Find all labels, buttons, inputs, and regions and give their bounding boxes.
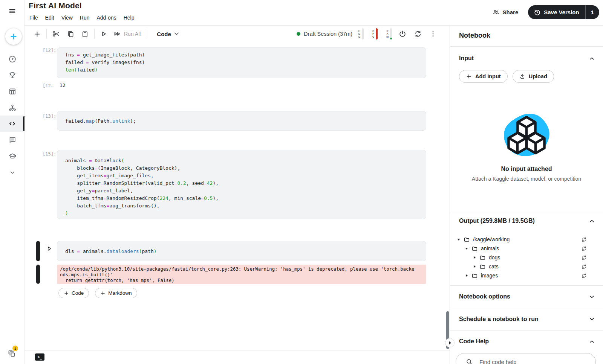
history-clock-icon (534, 9, 541, 16)
code-cell[interactable]: failed.map(Path.unlink); (57, 111, 426, 131)
sidebar-item-datasets[interactable] (0, 83, 24, 99)
run-cell-button[interactable] (100, 30, 107, 38)
code-cell[interactable]: animals = DataBlock( blocks=(ImageBlock,… (57, 150, 426, 219)
restart-session-button[interactable] (414, 30, 422, 38)
collapse-panel-button[interactable] (445, 338, 455, 347)
save-version-button[interactable]: Save Version 1 (528, 5, 599, 19)
menu-edit[interactable]: Edit (45, 15, 54, 21)
caret-down-icon (174, 32, 179, 35)
caret-right-icon[interactable] (465, 274, 468, 277)
menu-help[interactable]: Help (124, 15, 135, 21)
notebook-title[interactable]: First AI Model (29, 1, 82, 10)
share-people-icon (492, 9, 500, 16)
no-input-illustration (500, 112, 553, 160)
tree-row-dogs[interactable]: dogs (450, 253, 603, 262)
menu-file[interactable]: File (29, 15, 38, 21)
folder-name: dogs (489, 254, 500, 260)
menu-add-ons[interactable]: Add-ons (96, 15, 116, 21)
chevron-down-icon (588, 293, 595, 300)
run-this-cell-button[interactable] (46, 245, 52, 252)
fast-forward-icon (113, 30, 121, 38)
sidebar-item-discussions[interactable] (0, 132, 24, 148)
code-help-search (456, 353, 596, 364)
divider (382, 29, 382, 39)
folder-icon (471, 245, 478, 252)
sidebar-item-code[interactable] (0, 116, 24, 132)
caret-down-icon[interactable] (465, 247, 468, 250)
version-count[interactable]: 1 (585, 5, 599, 19)
folder-icon (464, 236, 470, 243)
add-code-cell-button[interactable]: Code (58, 288, 89, 298)
caret-right-icon[interactable] (473, 256, 476, 259)
session-status[interactable]: Draft Session (37m) (297, 31, 352, 37)
refresh-icon[interactable] (581, 273, 587, 279)
cell-focus-bar (36, 241, 40, 261)
folder-icon (471, 273, 478, 279)
execution-label: [15]: (43, 151, 56, 157)
code-help-section-header[interactable]: Code Help (450, 330, 603, 353)
sidebar-item-explore[interactable] (0, 51, 24, 67)
refresh-icon[interactable] (581, 255, 587, 260)
code-cell[interactable]: fns = get_image_files(path)failed = veri… (57, 47, 426, 78)
divider (450, 212, 603, 212)
sidebar-item-models[interactable] (0, 99, 24, 116)
upload-label: Upload (529, 73, 547, 79)
tree-row-cats[interactable]: cats (450, 262, 603, 271)
output-section-header[interactable]: Output (259.8MB / 19.5GB) (450, 216, 603, 226)
caret-down-icon[interactable] (457, 238, 461, 241)
caret-right-icon[interactable] (473, 265, 476, 268)
more-options-button[interactable] (429, 30, 437, 38)
sidebar-item-competitions[interactable] (0, 67, 24, 83)
window-stack-button[interactable]: 1 (8, 349, 17, 358)
sidebar-item-learn[interactable] (0, 148, 24, 164)
models-network-icon (8, 104, 17, 112)
tree-row-animals[interactable]: animals (450, 244, 603, 253)
copy-icon (67, 30, 75, 38)
run-all-button[interactable]: Run All (113, 30, 141, 38)
discussion-icon (8, 136, 17, 144)
cell-type-dropdown[interactable]: Code (157, 31, 179, 37)
folder-name: /kaggle/working (473, 236, 510, 242)
menu-view[interactable]: View (61, 15, 73, 21)
sidebar-item-more[interactable] (0, 164, 24, 180)
save-version-label: Save Version (544, 9, 579, 15)
add-markdown-cell-button[interactable]: Markdown (95, 288, 137, 298)
plus-icon (9, 32, 18, 41)
schedule-title: Schedule a notebook to run (459, 316, 539, 323)
copy-button[interactable] (67, 30, 75, 38)
refresh-icon[interactable] (581, 246, 587, 251)
refresh-icon[interactable] (581, 264, 587, 270)
code-icon (8, 119, 17, 128)
code-help-search-input[interactable] (479, 359, 574, 364)
power-button[interactable] (398, 30, 407, 38)
add-code-label: Code (72, 290, 84, 296)
cpu-meter: CPU (372, 28, 378, 40)
cut-button[interactable] (52, 30, 60, 38)
divider (146, 29, 146, 39)
paste-button[interactable] (81, 30, 89, 38)
notebook-options-header[interactable]: Notebook options (450, 285, 603, 308)
add-input-button[interactable]: Add Input (459, 70, 508, 83)
notebook-options-title: Notebook options (459, 293, 510, 300)
output-file-tree: /kaggle/workinganimalsdogscatsimages (450, 235, 603, 280)
chevron-down-icon (588, 315, 595, 323)
add-cell-button[interactable] (33, 30, 41, 38)
upload-button[interactable]: Upload (513, 70, 554, 83)
clipboard-icon (81, 30, 89, 38)
notebook-toolbar: Run All Code Draft Session (37m) HDDCPUR… (24, 26, 450, 42)
output-label: [12… (43, 83, 54, 88)
create-button[interactable] (5, 28, 22, 45)
run-all-label: Run All (124, 31, 141, 37)
hamburger-button[interactable] (8, 7, 16, 15)
schedule-section-header[interactable]: Schedule a notebook to run (450, 308, 603, 330)
menu-run[interactable]: Run (80, 15, 90, 21)
menubar: FileEditViewRunAdd-onsHelp (29, 15, 134, 21)
tree-row-images[interactable]: images (450, 271, 603, 280)
scissors-icon (52, 30, 60, 38)
tree-row-kaggle-working[interactable]: /kaggle/working (450, 235, 603, 244)
share-button[interactable]: Share (492, 9, 519, 16)
refresh-icon[interactable] (581, 237, 587, 242)
code-cell[interactable]: dls = animals.dataloaders(path) (57, 241, 426, 261)
terminal-button[interactable]: >_ (35, 353, 44, 361)
input-section-header[interactable]: Input (450, 53, 603, 64)
